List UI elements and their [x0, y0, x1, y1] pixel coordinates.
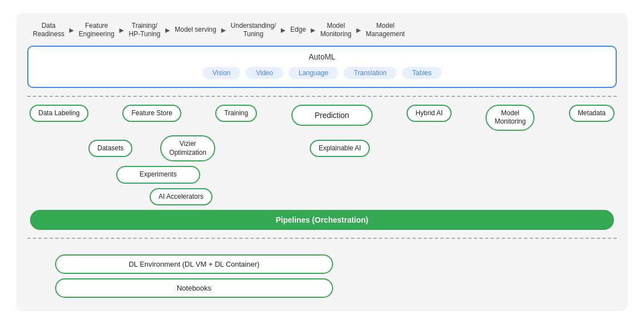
services-row-2: Datasets Vizier Optimization Explainable… [88, 135, 617, 161]
pipelines-bar: Pipelines (Orchestration) [30, 210, 614, 230]
divider-1 [27, 96, 617, 97]
step-model-management: Model Management [366, 22, 405, 39]
arrow-1: ► [68, 26, 76, 35]
chip-translation: Translation [344, 67, 397, 79]
step-model-serving: Model serving [175, 26, 216, 35]
pill-explainable-ai: Explainable AI [310, 140, 370, 158]
arrow-5: ► [279, 26, 287, 35]
step-data-readiness: Data Readiness [33, 22, 65, 39]
pill-dl-environment: DL Environment (DL VM + DL Container) [55, 254, 333, 274]
pill-vizier-wrapper: Vizier Optimization [160, 135, 215, 161]
automl-box: AutoML Vision Video Language Translation… [27, 46, 617, 88]
pill-prediction: Prediction [291, 105, 373, 126]
pill-feature-store: Feature Store [122, 105, 181, 122]
pipeline-header: Data Readiness ► Feature Engineering ► T… [27, 22, 617, 39]
arrow-3: ► [164, 26, 171, 35]
chip-video: Video [246, 67, 283, 79]
automl-title: AutoML [37, 52, 607, 61]
arrow-7: ► [355, 26, 363, 35]
pill-vizier: Vizier Optimization [160, 135, 215, 161]
arrow-4: ► [220, 26, 227, 35]
pill-metadata: Metadata [569, 105, 615, 122]
chip-vision: Vision [202, 67, 240, 79]
pill-model-monitoring: Model Monitoring [486, 105, 534, 131]
step-model-monitoring-header: Model Monitoring [320, 22, 351, 39]
step-feature-engineering: Feature Engineering [79, 22, 115, 39]
services-row-4: AI Accelerators [150, 188, 617, 206]
step-training: Training/ HP-Tuning [128, 22, 160, 39]
pill-training: Training [215, 105, 257, 122]
step-edge: Edge [290, 26, 306, 35]
pill-datasets: Datasets [88, 140, 132, 158]
pill-notebooks: Notebooks [55, 278, 333, 298]
diagram-container: Data Readiness ► Feature Engineering ► T… [16, 13, 628, 312]
arrow-2: ► [118, 26, 126, 35]
pill-hybrid-ai: Hybrid AI [407, 105, 452, 122]
automl-chips: Vision Video Language Translation Tables [37, 67, 607, 79]
arrow-6: ► [309, 26, 317, 35]
chip-language: Language [289, 67, 338, 79]
pill-ai-accelerators: AI Accelerators [150, 188, 212, 206]
pill-experiments: Experiments [116, 166, 200, 184]
pill-explainable-wrapper: Explainable AI [310, 140, 370, 158]
services-section: Data Labeling Feature Store Training Pre… [27, 105, 617, 230]
services-row-3: Experiments [116, 166, 617, 184]
chip-tables: Tables [402, 67, 442, 79]
services-row-1: Data Labeling Feature Store Training Pre… [27, 105, 617, 131]
pill-data-labeling: Data Labeling [29, 105, 88, 122]
divider-2 [27, 238, 617, 239]
step-understanding: Understanding/ Tuning [231, 22, 276, 39]
bottom-section: DL Environment (DL VM + DL Container) No… [27, 247, 617, 300]
